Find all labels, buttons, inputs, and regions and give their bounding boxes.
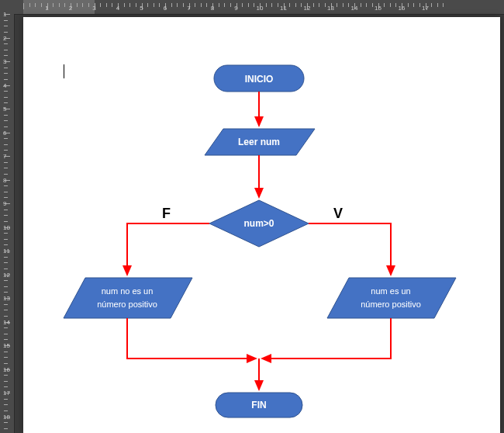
- svg-text:num>0: num>0: [243, 218, 274, 229]
- vertical-ruler: 123456789101112131415161718: [0, 14, 15, 433]
- svg-text:INICIO: INICIO: [245, 74, 274, 85]
- horizontal-ruler: 1234567891011121314151617: [0, 0, 504, 15]
- start-shape[interactable]: INICIO: [214, 65, 304, 92]
- svg-text:número positivo: número positivo: [361, 300, 421, 309]
- svg-text:número positivo: número positivo: [97, 300, 157, 309]
- svg-text:Leer num: Leer num: [238, 137, 280, 147]
- svg-text:num es un: num es un: [371, 286, 410, 296]
- true-result-shape[interactable]: num es un número positivo: [327, 278, 456, 318]
- arrow-decision-true: [309, 223, 391, 275]
- input-shape[interactable]: Leer num: [205, 129, 315, 155]
- end-shape[interactable]: FIN: [216, 393, 302, 417]
- document-page[interactable]: F V INICIO Leer num: [23, 17, 500, 433]
- svg-text:num no es un: num no es un: [102, 286, 154, 296]
- svg-marker-6: [64, 278, 192, 318]
- decision-shape[interactable]: num>0: [209, 200, 309, 247]
- svg-text:FIN: FIN: [251, 400, 266, 410]
- flowchart-canvas: INICIO Leer num num>0 nu: [23, 17, 500, 433]
- false-result-shape[interactable]: num no es un número positivo: [64, 278, 192, 318]
- svg-marker-9: [327, 278, 456, 318]
- arrow-false-to-merge: [127, 318, 256, 359]
- arrow-decision-false: [127, 223, 209, 275]
- arrow-true-to-merge: [262, 318, 391, 359]
